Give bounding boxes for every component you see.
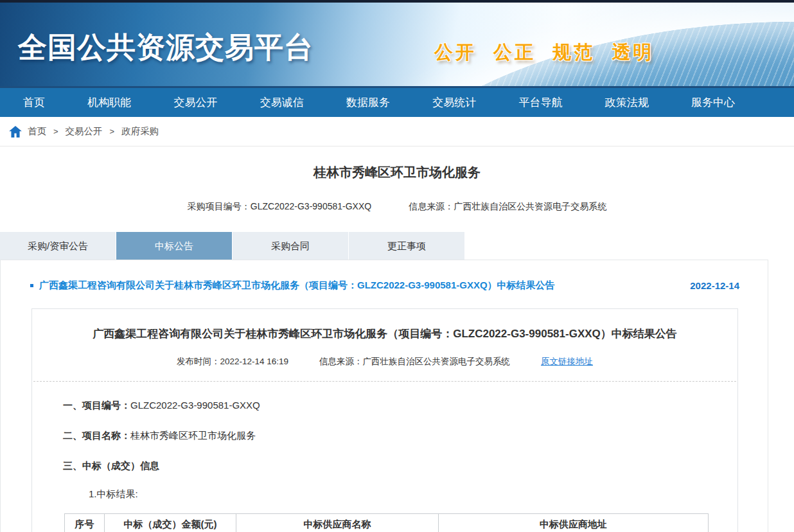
section-value: GLZC2022-G3-990581-GXXQ xyxy=(130,400,260,411)
info-source-label: 信息来源： xyxy=(409,201,454,211)
award-result-table: 序号 中标（成交）金额(元) 中标供应商名称 中标供应商地址 1 报价:1026… xyxy=(64,513,709,532)
site-title: 全国公共资源交易平台 xyxy=(18,28,313,67)
section-project-number: 一、项目编号：GLZC2022-G3-990581-GXXQ xyxy=(63,400,707,412)
section-label: 三、中标（成交）信息 xyxy=(63,460,159,471)
breadcrumb-separator: > xyxy=(110,127,115,136)
project-number-value: GLZC2022-G3-990581-GXXQ xyxy=(251,201,371,211)
nav-item-service-center[interactable]: 服务中心 xyxy=(691,95,735,110)
nav-item-data-service[interactable]: 数据服务 xyxy=(346,95,390,110)
detail-info-source: 信息来源：广西壮族自治区公共资源电子交易系统 xyxy=(319,356,510,368)
page-title: 桂林市秀峰区环卫市场化服务 xyxy=(0,164,794,181)
col-award-amount: 中标（成交）金额(元) xyxy=(105,514,236,532)
nav-item-trade-integrity[interactable]: 交易诚信 xyxy=(260,95,304,110)
award-result-subheading: 1.中标结果: xyxy=(63,488,707,501)
site-slogan: 公开 公正 规范 透明 xyxy=(434,40,654,66)
announcement-row: 广西鑫渠工程咨询有限公司关于桂林市秀峰区环卫市场化服务（项目编号：GLZC202… xyxy=(1,260,768,292)
detail-body: 一、项目编号：GLZC2022-G3-990581-GXXQ 二、项目名称：桂林… xyxy=(32,400,737,532)
announcement-tabs: 采购/资审公告 中标公告 采购合同 更正事项 xyxy=(0,232,794,260)
site-banner: 全国公共资源交易平台 公开 公正 规范 透明 xyxy=(0,0,794,88)
section-project-name: 二、项目名称：桂林市秀峰区环卫市场化服务 xyxy=(63,430,707,442)
home-icon[interactable] xyxy=(9,126,22,137)
tab-procurement-notice[interactable]: 采购/资审公告 xyxy=(0,232,116,260)
tab-procurement-contract[interactable]: 采购合同 xyxy=(233,232,348,260)
publish-time-label: 发布时间： xyxy=(177,357,220,366)
announcement-date: 2022-12-14 xyxy=(690,280,739,291)
content-panel: 广西鑫渠工程咨询有限公司关于桂林市秀峰区环卫市场化服务（项目编号：GLZC202… xyxy=(0,260,768,532)
section-value: 桂林市秀峰区环卫市场化服务 xyxy=(130,430,256,441)
breadcrumb-separator: > xyxy=(53,127,58,136)
main-nav: 首页 机构职能 交易公开 交易诚信 数据服务 交易统计 平台导航 政策法规 服务… xyxy=(0,88,794,117)
section-label: 一、项目编号： xyxy=(63,400,130,411)
square-bullet-icon xyxy=(30,284,33,287)
announcement-detail-box: 广西鑫渠工程咨询有限公司关于桂林市秀峰区环卫市场化服务（项目编号：GLZC202… xyxy=(31,308,738,532)
tab-award-notice[interactable]: 中标公告 xyxy=(116,232,232,260)
project-number: 采购项目编号：GLZC2022-G3-990581-GXXQ xyxy=(188,201,371,213)
breadcrumb: 首页 > 交易公开 > 政府采购 xyxy=(0,117,794,146)
nav-item-home[interactable]: 首页 xyxy=(23,95,45,110)
project-number-label: 采购项目编号： xyxy=(188,201,251,211)
info-source-value: 广西壮族自治区公共资源电子交易系统 xyxy=(454,201,606,211)
nav-item-org-functions[interactable]: 机构职能 xyxy=(87,95,131,110)
col-supplier-address: 中标供应商地址 xyxy=(439,514,709,532)
nav-item-policy-law[interactable]: 政策法规 xyxy=(605,95,649,110)
tab-correction-items[interactable]: 更正事项 xyxy=(349,232,464,260)
original-link[interactable]: 原文链接地址 xyxy=(541,356,593,368)
nav-item-platform-guide[interactable]: 平台导航 xyxy=(519,95,563,110)
info-source: 信息来源：广西壮族自治区公共资源电子交易系统 xyxy=(409,201,606,213)
detail-source-label: 信息来源： xyxy=(319,357,363,366)
breadcrumb-home[interactable]: 首页 xyxy=(28,125,46,137)
page-meta: 采购项目编号：GLZC2022-G3-990581-GXXQ 信息来源：广西壮族… xyxy=(0,201,794,213)
breadcrumb-trade-public[interactable]: 交易公开 xyxy=(66,125,103,137)
detail-title: 广西鑫渠工程咨询有限公司关于桂林市秀峰区环卫市场化服务（项目编号：GLZC202… xyxy=(32,326,737,341)
section-award-info: 三、中标（成交）信息 xyxy=(63,460,707,472)
announcement-link[interactable]: 广西鑫渠工程咨询有限公司关于桂林市秀峰区环卫市场化服务（项目编号：GLZC202… xyxy=(39,279,555,292)
nav-item-trade-statistics[interactable]: 交易统计 xyxy=(432,95,476,110)
col-supplier-name: 中标供应商名称 xyxy=(236,514,439,532)
col-serial-no: 序号 xyxy=(65,514,105,532)
section-label: 二、项目名称： xyxy=(63,430,130,441)
publish-time-value: 2022-12-14 16:19 xyxy=(220,357,288,366)
detail-source-value: 广西壮族自治区公共资源电子交易系统 xyxy=(363,357,511,366)
nav-item-trade-public[interactable]: 交易公开 xyxy=(174,95,218,110)
publish-time: 发布时间：2022-12-14 16:19 xyxy=(177,356,288,368)
detail-meta: 发布时间：2022-12-14 16:19 信息来源：广西壮族自治区公共资源电子… xyxy=(32,356,737,368)
table-header-row: 序号 中标（成交）金额(元) 中标供应商名称 中标供应商地址 xyxy=(65,514,709,532)
dashed-divider xyxy=(33,381,736,382)
breadcrumb-gov-procurement: 政府采购 xyxy=(121,125,159,137)
